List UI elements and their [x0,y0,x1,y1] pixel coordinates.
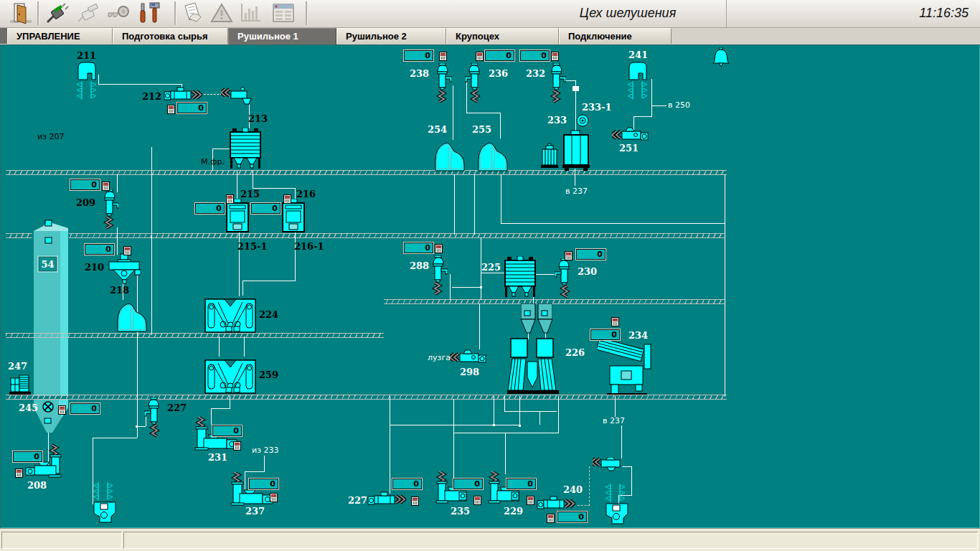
counter-display[interactable]: 0 [85,244,114,255]
label-в-250: в 250 [668,100,690,110]
label-213: 213 [248,113,268,124]
counter-display[interactable]: 0 [557,512,587,522]
tab-крупоцех[interactable]: Крупоцех [446,28,559,44]
keypad-icon[interactable] [547,512,555,526]
table-button[interactable] [271,1,296,25]
separator-255 [477,138,509,174]
tab-notch [0,28,7,44]
label-251: 251 [619,143,639,154]
label-298: 298 [460,367,479,377]
feeder-209 [100,189,119,232]
tab-рушильное-2[interactable]: Рушильное 2 [336,28,446,44]
feeder-227 [144,397,163,441]
keypad-icon[interactable] [551,50,559,64]
label-М.фр.: М.фр. [201,157,225,166]
aspirator-224 [204,295,256,337]
counter-display[interactable]: 0 [13,451,42,462]
counter-display[interactable]: 0 [520,50,550,61]
tab-рушильное-1[interactable]: Рушильное 1 [228,28,336,44]
counter-display[interactable]: 0 [404,242,433,253]
cyclone-241 [627,60,650,105]
key-button[interactable] [106,1,131,25]
chart-button[interactable] [238,1,263,25]
counter-display[interactable]: 0 [590,329,620,340]
sensor-233-1 [576,114,589,130]
separator-254 [434,138,466,174]
screw-conveyor-aux [593,457,623,474]
counter-display[interactable]: 0 [251,203,281,214]
process-diagram: 540000000000000000000211212213из 207М.фр… [0,44,980,528]
counter-display[interactable]: 0 [453,479,483,489]
counter-display[interactable]: 0 [485,50,514,61]
conveyor-line [6,233,32,238]
cyclone-211 [76,60,99,105]
label-229: 229 [504,506,523,517]
keypad-icon[interactable] [233,440,241,453]
husker-226 [507,337,560,399]
cyclone-discharge-left [93,482,117,527]
keypad-icon[interactable] [411,495,419,509]
keypad-icon[interactable] [527,494,534,508]
counter-display[interactable]: 0 [70,403,100,414]
silo-213 [230,128,261,171]
status-panel-left [1,532,122,549]
counter-display[interactable]: 0 [177,103,207,113]
alarm-button[interactable] [209,1,234,25]
conveyor-235 [433,471,469,507]
connect-button[interactable] [44,1,69,25]
toolbar: Цех шелушения 11:16:35 [0,0,980,28]
disconnect-button[interactable] [76,1,100,25]
keypad-icon[interactable] [102,180,110,194]
keypad-icon[interactable] [565,250,573,263]
counter-display[interactable]: 0 [404,50,433,61]
keypad-icon[interactable] [476,50,484,64]
keypad-icon[interactable] [58,404,66,418]
screw-conveyor-227 [367,491,406,511]
exit-button[interactable] [9,1,33,25]
keypad-icon[interactable] [167,103,175,117]
conveyor-line [6,170,727,175]
keypad-icon[interactable] [226,193,234,207]
tab-подготовка-сырья[interactable]: Подготовка сырья [113,28,228,44]
keypad-icon[interactable] [123,245,131,258]
label-216-1: 216-1 [294,241,324,252]
keypad-icon[interactable] [473,494,481,508]
keypad-icon[interactable] [15,467,23,481]
keypad-icon[interactable] [283,193,291,207]
label-240: 240 [563,484,583,495]
keypad-icon[interactable] [435,242,443,256]
feeder-288 [429,255,448,298]
page-title: Цех шелушения [520,6,735,21]
label-233-1: 233-1 [582,102,612,113]
counter-display[interactable]: 0 [392,479,422,489]
motor-tank-233 [541,129,591,174]
tab-управление[interactable]: УПРАВЛЕНИЕ [7,28,113,44]
feeder-238 [433,63,452,106]
motor-247 [9,371,31,397]
label-254: 254 [428,124,447,135]
keypad-icon[interactable] [611,316,619,329]
counter-display[interactable]: 0 [195,203,225,214]
keypad-icon[interactable] [270,491,278,505]
label-230: 230 [578,266,597,277]
report-button[interactable] [181,1,205,25]
conveyor-line [6,333,384,338]
alarm-bell-icon [712,47,730,70]
tools-button[interactable] [138,1,162,25]
label-259: 259 [259,369,278,380]
label-лузга: лузга [428,353,451,362]
counter-display[interactable]: 0 [212,425,242,436]
label-238: 238 [410,68,429,79]
feeder-236 [465,63,484,106]
counter-display[interactable]: 0 [576,249,606,260]
label-211: 211 [77,50,96,61]
feeder-230 [555,258,573,301]
counter-display[interactable]: 0 [507,479,536,489]
label-в-237: в 237 [565,187,588,196]
keypad-icon[interactable] [439,50,447,64]
conveyor-208 [25,443,62,482]
screw-conveyor-212b [221,85,254,108]
tab-подключение[interactable]: Подключение [559,28,672,44]
counter-display[interactable]: 0 [249,479,278,489]
counter-display[interactable]: 0 [70,179,100,190]
